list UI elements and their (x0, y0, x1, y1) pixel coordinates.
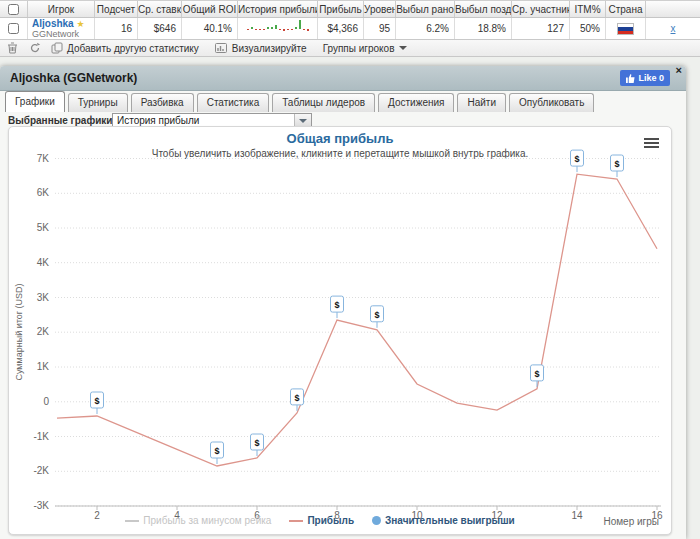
add-statistic-button[interactable]: Добавить другую статистику (50, 42, 199, 54)
tab-statistics[interactable]: Статистика (197, 93, 270, 112)
tab-breakdown[interactable]: Разбивка (131, 93, 194, 112)
panel-title: Aljoshka (GGNetwork) (10, 66, 137, 90)
y-tick-label: 2K (37, 326, 50, 337)
col-player[interactable]: Игрок (28, 1, 95, 17)
y-tick-label: 0 (43, 396, 49, 407)
count-value: 16 (95, 18, 138, 39)
player-cell: Aljoshka ★ GGNetwork (28, 18, 95, 39)
level-value: 95 (364, 18, 396, 39)
legend-label: Прибыль за минусом рейка (143, 515, 271, 526)
table-toolbar: Добавить другую статистику Визуализируйт… (0, 40, 700, 57)
profit-line-chart[interactable]: -3K-2K-1K01K2K3K4K5K6K7KСуммарный итог (… (9, 127, 671, 534)
dollar-flag-label: $ (94, 396, 99, 406)
like-count-label: Like 0 (638, 73, 664, 83)
profit-chart-card: Общая прибыль Чтобы увеличить изображени… (8, 126, 672, 535)
blue-dot-icon (372, 516, 381, 525)
y-tick-label: 5K (37, 222, 50, 233)
y-tick-label: 4K (37, 257, 50, 268)
tab-bar: Графики Турниры Разбивка Статистика Табл… (5, 90, 594, 112)
y-axis-title: Суммарный итог (USD) (14, 283, 24, 380)
graph-select-value: История прибыли (117, 115, 199, 126)
x-axis-title: Номер игры (603, 516, 659, 527)
panel-header: Aljoshka (GGNetwork) Like 0 × (0, 66, 686, 91)
col-count[interactable]: Подсчет (95, 1, 138, 17)
col-total-roi[interactable]: Общий ROI (182, 1, 238, 17)
legend-profit[interactable]: Прибыль (289, 515, 354, 526)
legend-label: Прибыль (307, 515, 354, 526)
dollar-flag-label: $ (254, 438, 259, 448)
refresh-icon[interactable] (28, 42, 41, 54)
busted-late-value: 18.8% (455, 18, 512, 39)
dollar-flag-label: $ (574, 154, 579, 164)
tab-tournaments[interactable]: Турниры (68, 93, 128, 112)
graph-select-label: Выбранные графики: (8, 115, 116, 126)
player-groups-label: Группы игроков (323, 43, 395, 54)
y-tick-label: 3K (37, 292, 50, 303)
row-checkbox[interactable] (8, 23, 19, 34)
player-link[interactable]: Aljoshka (32, 18, 74, 29)
player-groups-menu[interactable]: Группы игроков (323, 43, 408, 54)
legend-significant-wins[interactable]: Значительные выигрыши (372, 515, 515, 526)
col-avg-entrants[interactable]: Ср. участники (512, 1, 570, 17)
col-profit[interactable]: Прибыль (318, 1, 364, 17)
stats-table-header: Игрок Подсчет Ср. ставк Общий ROI Истори… (0, 0, 700, 18)
y-tick-label: 7K (37, 153, 50, 164)
tab-leaderboards[interactable]: Таблицы лидеров (272, 93, 375, 112)
col-profit-history[interactable]: История прибыли (238, 1, 318, 17)
busted-early-value: 6.2% (396, 18, 455, 39)
dollar-flag-label: $ (294, 393, 299, 403)
actions-cell: x (646, 18, 700, 39)
gray-line-icon (125, 520, 139, 522)
col-itm[interactable]: ITM% (570, 1, 606, 17)
y-tick-label: -1K (33, 431, 49, 442)
chevron-down-icon (399, 46, 407, 50)
dollar-flag-label: $ (214, 446, 219, 456)
row-select-cell (0, 18, 28, 39)
tab-charts[interactable]: Графики (5, 91, 65, 112)
select-all-cell (0, 1, 28, 17)
dollar-flag-label: $ (534, 369, 539, 379)
table-row: Aljoshka ★ GGNetwork 16 $646 40.1% $4,36… (0, 18, 700, 40)
col-country[interactable]: Страна (606, 1, 646, 17)
dollar-flag-label: $ (374, 310, 379, 320)
tab-achievements[interactable]: Достижения (378, 93, 454, 112)
col-avg-stake[interactable]: Ср. ставк (138, 1, 182, 17)
col-busted-early[interactable]: Выбыл рано (396, 1, 455, 17)
player-panel: Aljoshka (GGNetwork) Like 0 × Графики Ту… (0, 66, 686, 539)
page: Игрок Подсчет Ср. ставк Общий ROI Истори… (0, 0, 700, 539)
close-icon[interactable]: × (676, 64, 682, 76)
player-star-icon: ★ (76, 19, 84, 29)
player-network: GGNetwork (32, 29, 79, 39)
chart-icon (215, 42, 228, 54)
thumb-up-icon (626, 74, 635, 83)
legend-label: Значительные выигрыши (385, 515, 515, 526)
facebook-like-button[interactable]: Like 0 (620, 70, 670, 86)
y-tick-label: -3K (33, 500, 49, 511)
avg-stake-value: $646 (138, 18, 182, 39)
tab-find[interactable]: Найти (457, 93, 506, 112)
player-stats-table: Игрок Подсчет Ср. ставк Общий ROI Истори… (0, 0, 700, 57)
chart-legend: Прибыль за минусом рейка Прибыль Значите… (9, 515, 631, 526)
col-level[interactable]: Уровень (364, 1, 396, 17)
col-busted-late[interactable]: Выбыл поздн (455, 1, 512, 17)
y-tick-label: -2K (33, 465, 49, 476)
trash-icon[interactable] (6, 42, 19, 54)
profit-history-cell (238, 18, 318, 39)
russia-flag-icon (617, 23, 634, 35)
profit-sparkline (246, 19, 310, 39)
profit-value: $4,366 (318, 18, 364, 39)
y-tick-label: 6K (37, 187, 50, 198)
remove-row-link[interactable]: x (646, 18, 700, 39)
tab-publish[interactable]: Опубликовать (509, 93, 594, 112)
spark-bar (306, 19, 310, 39)
country-cell (606, 18, 646, 39)
visualize-label: Визуализируйте (232, 43, 307, 54)
legend-profit-minus-rake[interactable]: Прибыль за минусом рейка (125, 515, 271, 526)
copy-icon (50, 42, 63, 54)
select-all-checkbox[interactable] (8, 4, 19, 15)
visualize-button[interactable]: Визуализируйте (215, 42, 307, 54)
dollar-flag-label: $ (614, 159, 619, 169)
avg-entrants-value: 127 (512, 18, 570, 39)
profit-line (57, 174, 657, 466)
itm-value: 50% (570, 18, 606, 39)
